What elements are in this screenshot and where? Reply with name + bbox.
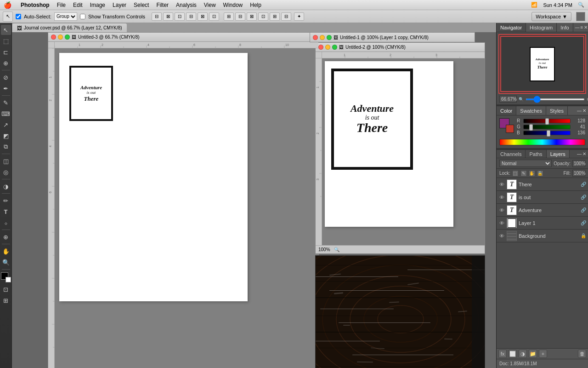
- tab-styles[interactable]: Styles: [546, 106, 568, 115]
- layer-background[interactable]: 👁 Background 🔒: [497, 230, 588, 242]
- dist-btn-3[interactable]: ⊠: [247, 12, 257, 21]
- background-swatch[interactable]: [506, 125, 514, 133]
- layer-eye-1[interactable]: 👁: [498, 220, 505, 226]
- auto-select-dropdown[interactable]: Group Layer: [54, 12, 77, 21]
- color-panel-minimize[interactable]: —: [577, 108, 582, 113]
- tab-navigator[interactable]: Navigator: [497, 23, 526, 32]
- tool-gradient[interactable]: ◫: [1, 156, 11, 166]
- layer-adventure[interactable]: 👁 T Adventure 🔗: [497, 204, 588, 217]
- menu-view[interactable]: View: [204, 2, 216, 8]
- doc-canvas-1[interactable]: 1 2 4 6 8 10: [48, 42, 318, 368]
- panel-minimize-icon[interactable]: —: [575, 25, 580, 30]
- layer-eye-bg[interactable]: 👁: [498, 233, 505, 239]
- close-btn-3[interactable]: [313, 35, 318, 40]
- tool-preset-icon[interactable]: [576, 12, 585, 21]
- tool-magic-wand[interactable]: ⊕: [1, 58, 11, 68]
- close-btn-1[interactable]: [51, 34, 56, 40]
- lock-paint-btn[interactable]: ✎: [520, 170, 527, 177]
- tab-color[interactable]: Color: [497, 106, 516, 115]
- close-btn-2[interactable]: [318, 45, 323, 50]
- search-icon[interactable]: 🔍: [578, 2, 584, 8]
- layers-panel-menu[interactable]: ✕: [582, 151, 586, 156]
- tool-eraser[interactable]: ⧉: [1, 142, 11, 152]
- tab-channels[interactable]: Channels: [497, 150, 526, 158]
- lock-transparent-btn[interactable]: ⬚: [512, 170, 519, 177]
- menu-layer[interactable]: Layer: [113, 2, 126, 8]
- r-slider-track[interactable]: [523, 119, 571, 123]
- lock-move-btn[interactable]: ✋: [529, 170, 535, 177]
- auto-align-btn[interactable]: ✦: [294, 12, 304, 21]
- dist-btn-6[interactable]: ⊟: [281, 12, 291, 21]
- tool-healing[interactable]: ✎: [1, 98, 11, 108]
- layer-eye-isout[interactable]: 👁: [498, 194, 505, 201]
- dist-btn-5[interactable]: ⊞: [270, 12, 280, 21]
- layer-isout[interactable]: 👁 T is out 🔗: [497, 191, 588, 204]
- tool-text[interactable]: T: [1, 207, 11, 217]
- dist-btn-4[interactable]: ⊡: [258, 12, 268, 21]
- menu-select[interactable]: Select: [134, 2, 149, 8]
- layer-eye-adventure[interactable]: 👁: [498, 207, 505, 213]
- tool-edit-mode[interactable]: ⊡: [1, 284, 11, 294]
- layer-there[interactable]: 👁 T There 🔗: [497, 178, 588, 191]
- foreground-color[interactable]: [1, 272, 11, 282]
- tool-blur[interactable]: ◎: [1, 167, 11, 177]
- tool-crop[interactable]: ⊘: [1, 72, 11, 82]
- tool-3d[interactable]: ⊕: [1, 232, 11, 242]
- tool-hand[interactable]: ✋: [1, 246, 11, 256]
- move-tool-icon[interactable]: ↖: [3, 12, 13, 22]
- color-swatches[interactable]: [499, 118, 514, 133]
- doc-canvas-2[interactable]: 1 2 3 1: [316, 52, 485, 245]
- b-slider-track[interactable]: [523, 131, 571, 135]
- tab-swatches[interactable]: Swatches: [516, 106, 546, 115]
- r-slider-thumb[interactable]: [545, 118, 549, 125]
- min-btn-3[interactable]: [320, 35, 325, 40]
- g-slider-track[interactable]: [523, 125, 571, 129]
- align-btn-6[interactable]: ⊡: [209, 12, 219, 21]
- layer-link-isout[interactable]: 🔗: [581, 195, 586, 200]
- menu-window[interactable]: Window: [223, 2, 243, 8]
- min-btn-2[interactable]: [325, 45, 330, 50]
- tool-move[interactable]: ↖: [1, 25, 11, 35]
- tool-pen[interactable]: ✏: [1, 196, 11, 206]
- color-panel-menu[interactable]: ✕: [582, 108, 586, 113]
- tool-marquee[interactable]: ⬚: [1, 36, 11, 46]
- panel-close-btn[interactable]: ✕: [584, 25, 588, 30]
- auto-select-checkbox[interactable]: [16, 14, 21, 19]
- layer-fx-btn[interactable]: fx: [498, 350, 507, 358]
- dist-btn-1[interactable]: ⊞: [224, 12, 234, 21]
- opacity-value[interactable]: 100%: [572, 160, 585, 167]
- tool-brush[interactable]: ⌨: [1, 109, 11, 119]
- blend-mode-select[interactable]: Normal: [499, 160, 552, 167]
- align-btn-3[interactable]: ⊡: [175, 12, 185, 21]
- layer-1[interactable]: 👁 Layer 1 🔗: [497, 217, 588, 230]
- show-transform-checkbox[interactable]: [80, 14, 85, 19]
- align-btn-4[interactable]: ⊟: [186, 12, 196, 21]
- layer-delete-btn[interactable]: 🗑: [578, 350, 586, 358]
- tab-histogram[interactable]: Histogram: [526, 23, 557, 32]
- layer-mask-btn[interactable]: ⬜: [509, 350, 517, 358]
- tool-shape[interactable]: ⬦: [1, 218, 11, 228]
- color-spectrum-bar[interactable]: [499, 139, 585, 145]
- menu-edit[interactable]: Edit: [73, 2, 83, 8]
- zoom-out-icon[interactable]: 🔍: [519, 97, 524, 102]
- menu-help[interactable]: Help: [250, 2, 261, 8]
- menu-filter[interactable]: Filter: [156, 2, 169, 8]
- max-btn-1[interactable]: [65, 34, 70, 40]
- lock-all-btn[interactable]: 🔒: [537, 170, 543, 177]
- layer-adj-btn[interactable]: ◑: [519, 350, 527, 358]
- layer-new-btn[interactable]: +: [539, 350, 547, 358]
- tab-info[interactable]: Info: [557, 23, 573, 32]
- max-btn-3[interactable]: [327, 35, 332, 40]
- min-btn-1[interactable]: [58, 34, 63, 40]
- fill-value[interactable]: 100%: [572, 170, 585, 177]
- g-slider-thumb[interactable]: [529, 124, 533, 131]
- align-btn-1[interactable]: ⊟: [152, 12, 162, 21]
- layer-group-btn[interactable]: 📁: [529, 350, 537, 358]
- align-btn-2[interactable]: ⊠: [163, 12, 173, 21]
- tool-dodge[interactable]: ◑: [1, 181, 11, 191]
- workspace-button[interactable]: Workspace ▼: [531, 12, 571, 21]
- dist-btn-2[interactable]: ⊟: [235, 12, 245, 21]
- apple-menu[interactable]: 🍎: [4, 1, 11, 9]
- layer-link-there[interactable]: 🔗: [581, 182, 586, 187]
- tool-clone[interactable]: ↗: [1, 120, 11, 130]
